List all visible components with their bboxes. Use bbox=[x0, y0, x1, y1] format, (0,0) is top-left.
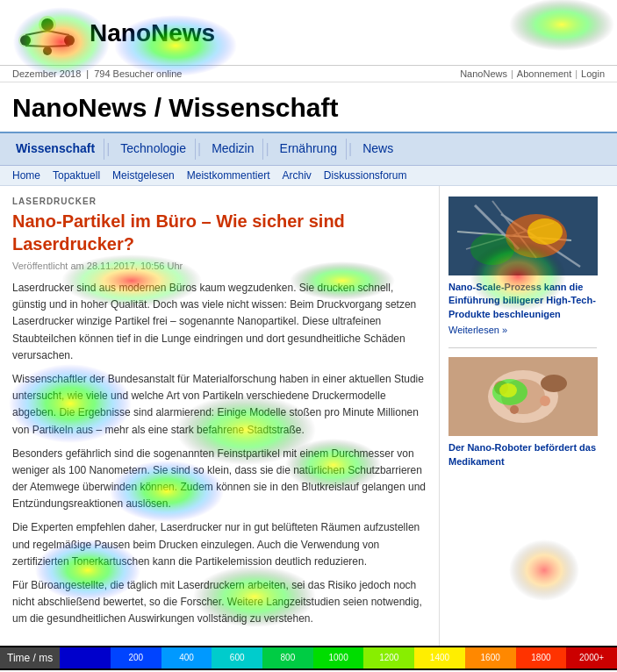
separator: | bbox=[86, 68, 89, 79]
logo-icon bbox=[12, 7, 83, 60]
login-link[interactable]: Login bbox=[581, 68, 605, 79]
svg-point-15 bbox=[64, 35, 75, 46]
ts-1600: 1600 bbox=[465, 647, 516, 668]
article-meta: Veröffentlicht am 28.11.2017, 10:56 Uhr bbox=[12, 261, 427, 271]
ts-1400: 1400 bbox=[414, 647, 465, 668]
ts-400: 400 bbox=[161, 647, 212, 668]
timeline-label: Time / ms bbox=[0, 647, 60, 668]
article-tag: LASERDRUCKER bbox=[12, 197, 427, 206]
category-nav: Wissenschaft | Technologie | Medizin | E… bbox=[0, 133, 617, 166]
svg-point-22 bbox=[18, 33, 32, 47]
svg-point-16 bbox=[43, 46, 52, 55]
sidebar-card-1-title[interactable]: Nano-Scale-Prozess kann die Einführung b… bbox=[448, 281, 597, 321]
sub-nav: Home Topaktuell Meistgelesen Meistkommen… bbox=[0, 166, 617, 186]
body-para-3: Besonders gefährlich sind die sogenannte… bbox=[12, 446, 427, 513]
sidebar-img-2 bbox=[448, 357, 598, 436]
article-content: LASERDRUCKER Nano-Partikel im Büro – Wie… bbox=[0, 186, 439, 646]
cat-ernaehrung[interactable]: Ernährung bbox=[271, 139, 347, 160]
cat-news[interactable]: News bbox=[354, 139, 402, 160]
cat-technologie[interactable]: Technologie bbox=[111, 139, 196, 160]
timeline-bar: Time / ms 200 400 600 800 1000 1200 1400… bbox=[0, 646, 617, 670]
cat-medizin[interactable]: Medizin bbox=[203, 139, 263, 160]
sidebar-card-2-title[interactable]: Der Nano-Roboter befördert das Medikamen… bbox=[448, 441, 597, 468]
svg-point-31 bbox=[470, 233, 514, 265]
sidebar-img-1-visual bbox=[448, 197, 598, 275]
sidebar-img-2-visual bbox=[448, 357, 598, 436]
svg-line-20 bbox=[47, 46, 69, 46]
body-para-5: Für Büroangestellte, die täglich mit Las… bbox=[12, 577, 427, 628]
ts-800: 800 bbox=[262, 647, 313, 668]
ts-1200: 1200 bbox=[363, 647, 414, 668]
page-title-bar: NanoNews / Wissenschaft bbox=[0, 82, 617, 133]
abonnement-link[interactable]: Abonnement bbox=[517, 68, 571, 79]
cat-wissenschaft[interactable]: Wissenschaft bbox=[12, 139, 104, 160]
header: NanoNews bbox=[0, 0, 617, 66]
date-label: Dezember 2018 bbox=[12, 68, 81, 79]
visitors-label: 794 Besucher online bbox=[94, 68, 182, 79]
article-title: Nano-Partikel im Büro – Wie sicher sind … bbox=[12, 210, 427, 255]
body-para-4: Die Experten empfehlen daher, Laserdruck… bbox=[12, 519, 427, 570]
page-title: NanoNews / Wissenschaft bbox=[12, 93, 605, 123]
main-layout: LASERDRUCKER Nano-Partikel im Büro – Wie… bbox=[0, 186, 617, 646]
subnav-home[interactable]: Home bbox=[12, 169, 40, 182]
sidebar: Nano-Scale-Prozess kann die Einführung b… bbox=[439, 186, 606, 646]
top-bar: Dezember 2018 | 794 Besucher online Nano… bbox=[0, 66, 617, 82]
body-para-1: Laserdrucker sind aus modernen Büros kau… bbox=[12, 280, 427, 364]
svg-point-40 bbox=[499, 383, 517, 397]
sidebar-card-1: Nano-Scale-Prozess kann die Einführung b… bbox=[448, 197, 597, 335]
sidebar-img-1 bbox=[448, 197, 598, 275]
svg-point-21 bbox=[39, 16, 56, 33]
ts-200: 200 bbox=[111, 647, 161, 668]
sidebar-readmore-1[interactable]: Weiterlesen » bbox=[448, 325, 597, 335]
ts-0 bbox=[60, 647, 111, 668]
body-para-2: Wissenschaftler der Bundesanstalt für Ma… bbox=[12, 371, 427, 439]
svg-point-37 bbox=[510, 405, 519, 414]
ts-1000: 1000 bbox=[313, 647, 364, 668]
subnav-meistkommentiert[interactable]: Meistkommentiert bbox=[187, 169, 270, 182]
top-bar-right: NanoNews | Abonnement | Login bbox=[460, 68, 605, 79]
ts-1800: 1800 bbox=[516, 647, 567, 668]
sidebar-divider bbox=[448, 347, 597, 348]
logo-text[interactable]: NanoNews bbox=[90, 19, 215, 47]
top-bar-left: Dezember 2018 | 794 Besucher online bbox=[12, 68, 182, 79]
subnav-diskussion[interactable]: Diskussionsforum bbox=[324, 169, 407, 182]
subnav-topaktuell[interactable]: Topaktuell bbox=[53, 169, 100, 182]
sidebar-card-2: Der Nano-Roboter befördert das Medikamen… bbox=[448, 357, 597, 468]
subnav-meistgelesen[interactable]: Meistgelesen bbox=[112, 169, 175, 182]
article-body: Laserdrucker sind aus modernen Büros kau… bbox=[12, 280, 427, 628]
timeline-scale: 200 400 600 800 1000 1200 1400 1600 1800… bbox=[60, 647, 617, 668]
svg-point-38 bbox=[541, 375, 567, 392]
logo-area[interactable]: NanoNews bbox=[12, 7, 215, 60]
nanonews-link[interactable]: NanoNews bbox=[460, 68, 507, 79]
ts-2000: 2000+ bbox=[566, 647, 617, 668]
subnav-archiv[interactable]: Archiv bbox=[282, 169, 311, 182]
svg-point-36 bbox=[540, 396, 550, 406]
ts-600: 600 bbox=[212, 647, 262, 668]
svg-point-30 bbox=[527, 218, 563, 245]
